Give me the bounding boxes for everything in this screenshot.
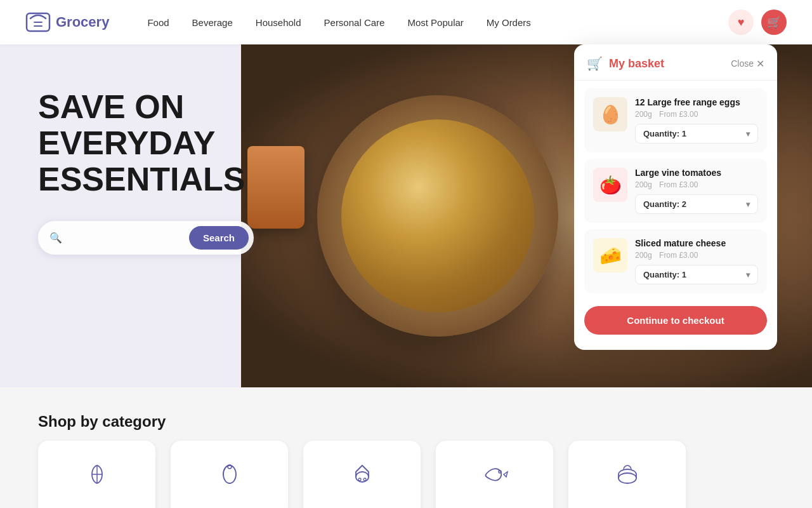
search-button[interactable]: Search: [189, 226, 249, 250]
nav-food[interactable]: Food: [147, 17, 169, 28]
svg-point-5: [356, 472, 369, 482]
eggs-image: 🥚: [593, 97, 627, 131]
basket-close-button[interactable]: Close ✕: [731, 58, 764, 70]
drink-cup: [247, 146, 304, 229]
category-card-meat[interactable]: [171, 441, 288, 508]
navbar: Grocery Food Beverage Household Personal…: [0, 0, 812, 44]
tomatoes-info: Large vine tomatoes 200g From £3.00 Quan…: [635, 168, 758, 214]
eggs-price: From £3.00: [659, 110, 698, 119]
basket-items: 🥚 12 Large free range eggs 200g From £3.…: [574, 81, 777, 301]
basket-item-eggs: 🥚 12 Large free range eggs 200g From £3.…: [584, 88, 767, 152]
cheese-qty-label: Quantity: 1: [643, 270, 686, 279]
nav-beverage[interactable]: Beverage: [192, 17, 233, 28]
logo-text: Grocery: [56, 14, 109, 30]
search-icon: 🔍: [49, 232, 62, 244]
tomatoes-image: 🍅: [593, 168, 627, 202]
close-icon: ✕: [756, 58, 764, 70]
checkout-button[interactable]: Continue to checkout: [584, 306, 767, 335]
basket-item-cheese: 🧀 Sliced mature cheese 200g From £3.00 Q…: [584, 229, 767, 293]
category-cards: [38, 441, 774, 508]
hero-title-line3: ESSENTIALS: [38, 161, 246, 197]
eggs-name: 12 Large free range eggs: [635, 97, 758, 107]
basket-title: 🛒 My basket: [587, 56, 664, 71]
heart-icon: ♥: [738, 16, 745, 29]
bakery-icon: [613, 460, 641, 494]
hero-title-line1: SAVE ON: [38, 88, 184, 125]
cheese-qty-chevron: ▾: [746, 271, 750, 279]
section-title: Shop by category: [38, 413, 774, 431]
tomatoes-price: From £3.00: [659, 180, 698, 189]
cheese-weight: 200g: [635, 251, 652, 260]
cheese-price: From £3.00: [659, 251, 698, 260]
nav-personal-care[interactable]: Personal Care: [324, 17, 385, 28]
eggs-weight: 200g: [635, 110, 652, 119]
eggs-qty-selector[interactable]: Quantity: 1 ▾: [635, 124, 758, 144]
basket-cart-icon: 🛒: [587, 56, 603, 71]
cheese-qty-selector[interactable]: Quantity: 1 ▾: [635, 265, 758, 284]
category-card-seafood[interactable]: [436, 441, 553, 508]
search-input[interactable]: [67, 232, 189, 243]
tomatoes-qty-label: Quantity: 2: [643, 199, 686, 209]
tomatoes-weight: 200g: [635, 180, 652, 189]
meat-icon: [216, 460, 244, 494]
dairy-icon: [348, 460, 376, 494]
svg-point-8: [499, 471, 501, 473]
nav-icons: ♥ 🛒: [728, 10, 787, 35]
search-bar: 🔍 Search: [38, 221, 254, 255]
hero-content: SAVE ON EVERYDAY ESSENTIALS 🔍 Search: [38, 89, 254, 255]
basket-header: 🛒 My basket Close ✕: [574, 44, 777, 81]
nav-my-orders[interactable]: My Orders: [487, 17, 531, 28]
tomatoes-qty-selector[interactable]: Quantity: 2 ▾: [635, 194, 758, 214]
logo[interactable]: Grocery: [25, 10, 109, 35]
cheese-image: 🧀: [593, 238, 627, 272]
eggs-qty-label: Quantity: 1: [643, 129, 686, 138]
tomatoes-meta: 200g From £3.00: [635, 180, 758, 189]
cart-icon: 🛒: [767, 15, 781, 29]
tomatoes-name: Large vine tomatoes: [635, 168, 758, 178]
nav-links: Food Beverage Household Personal Care Mo…: [147, 17, 728, 28]
logo-icon: [25, 10, 51, 35]
hero-title-line2: EVERYDAY: [38, 124, 215, 161]
svg-point-6: [358, 478, 361, 481]
basket-title-text: My basket: [609, 57, 664, 70]
cheese-meta: 200g From £3.00: [635, 251, 758, 260]
svg-point-9: [619, 473, 636, 483]
food-plate: [317, 95, 558, 337]
basket-panel: 🛒 My basket Close ✕ 🥚 12 Large free rang…: [574, 44, 777, 350]
eggs-qty-chevron: ▾: [746, 130, 750, 138]
basket-item-tomatoes: 🍅 Large vine tomatoes 200g From £3.00 Qu…: [584, 159, 767, 223]
tomatoes-qty-chevron: ▾: [746, 200, 750, 209]
wishlist-button[interactable]: ♥: [728, 10, 754, 35]
nav-most-popular[interactable]: Most Popular: [407, 17, 463, 28]
cart-button[interactable]: 🛒: [761, 10, 787, 35]
nav-household[interactable]: Household: [256, 17, 301, 28]
category-card-bakery[interactable]: [568, 441, 686, 508]
fruit-veg-icon: [83, 460, 111, 494]
cheese-name: Sliced mature cheese: [635, 238, 758, 248]
eggs-meta: 200g From £3.00: [635, 110, 758, 119]
category-section: Shop by category: [0, 400, 812, 508]
seafood-icon: [481, 460, 509, 494]
svg-point-7: [363, 478, 366, 481]
category-card-dairy[interactable]: [303, 441, 421, 508]
close-label: Close: [731, 58, 754, 69]
hero-title: SAVE ON EVERYDAY ESSENTIALS: [38, 89, 254, 198]
category-card-fruit[interactable]: [38, 441, 155, 508]
cheese-info: Sliced mature cheese 200g From £3.00 Qua…: [635, 238, 758, 284]
eggs-info: 12 Large free range eggs 200g From £3.00…: [635, 97, 758, 144]
